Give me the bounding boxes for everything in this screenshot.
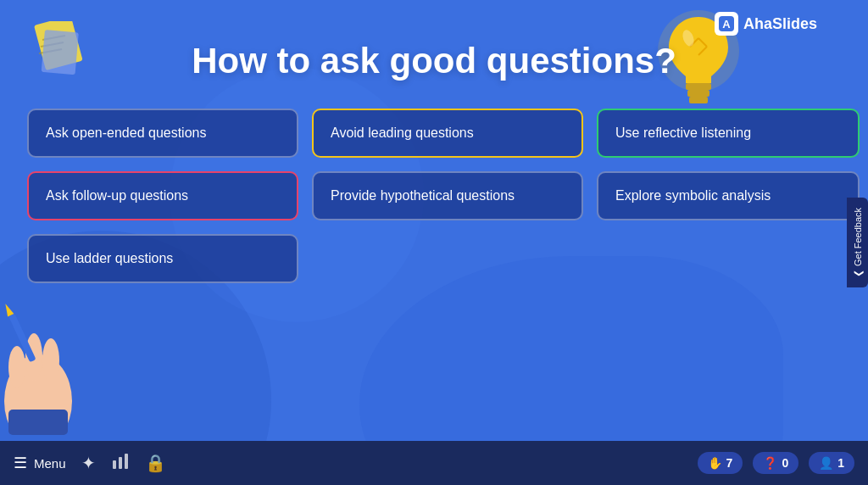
svg-rect-18 xyxy=(689,97,708,103)
hands-count: 7 xyxy=(726,456,733,470)
page-title: How to ask good questions? xyxy=(0,41,868,81)
hands-badge: ✋ 7 xyxy=(698,452,743,474)
question-icon: ❓ xyxy=(763,456,777,470)
menu-icon: ☰ xyxy=(14,454,27,472)
star-icon[interactable]: ✦ xyxy=(81,453,96,473)
feedback-arrow: ❮ xyxy=(852,270,863,277)
option-card-5[interactable]: Provide hypothetical questions xyxy=(312,171,583,220)
svg-rect-22 xyxy=(113,460,116,469)
menu-label: Menu xyxy=(34,456,66,471)
users-badge: 👤 1 xyxy=(809,452,854,474)
ahaslides-logo: A AhaSlides xyxy=(715,12,817,36)
logo-icon: A xyxy=(715,12,738,36)
questions-badge: ❓ 0 xyxy=(753,452,798,474)
option-card-3[interactable]: Use reflective listening xyxy=(597,109,860,158)
questions-count: 0 xyxy=(782,456,788,470)
bottom-bar-right: ✋ 7 ❓ 0 👤 1 xyxy=(698,452,854,474)
user-icon: 👤 xyxy=(819,456,833,470)
lock-icon[interactable]: 🔒 xyxy=(145,453,166,473)
svg-rect-24 xyxy=(125,454,128,469)
svg-point-6 xyxy=(8,346,25,388)
feedback-tab-container: ❮ Get Feedback xyxy=(847,198,868,287)
svg-rect-11 xyxy=(8,410,68,435)
bottom-bar: ☰ Menu ✦ 🔒 ✋ 7 ❓ 0 👤 1 xyxy=(0,441,868,485)
svg-point-8 xyxy=(42,338,59,382)
feedback-label: Get Feedback xyxy=(853,208,863,266)
bottom-bar-left: ☰ Menu ✦ 🔒 xyxy=(14,452,166,475)
users-count: 1 xyxy=(837,456,844,470)
option-card-2[interactable]: Avoid leading questions xyxy=(312,109,583,158)
svg-marker-10 xyxy=(3,302,14,316)
decorative-hand-pencil xyxy=(0,265,85,438)
chart-icon[interactable] xyxy=(111,452,130,475)
svg-rect-23 xyxy=(119,457,122,469)
hand-icon: ✋ xyxy=(708,456,722,470)
svg-text:A: A xyxy=(722,18,731,31)
option-card-7[interactable]: Use ladder questions xyxy=(27,234,298,283)
option-card-6[interactable]: Explore symbolic analysis xyxy=(597,171,860,220)
feedback-tab[interactable]: ❮ Get Feedback xyxy=(847,198,868,287)
logo-text: AhaSlides xyxy=(743,15,817,33)
svg-rect-17 xyxy=(687,90,709,97)
option-card-1[interactable]: Ask open-ended questions xyxy=(27,109,298,158)
svg-rect-16 xyxy=(686,83,711,90)
option-card-4[interactable]: Ask follow-up questions xyxy=(27,171,298,220)
menu-button[interactable]: ☰ Menu xyxy=(14,454,66,472)
options-grid: Ask open-ended questions Avoid leading q… xyxy=(19,109,849,283)
